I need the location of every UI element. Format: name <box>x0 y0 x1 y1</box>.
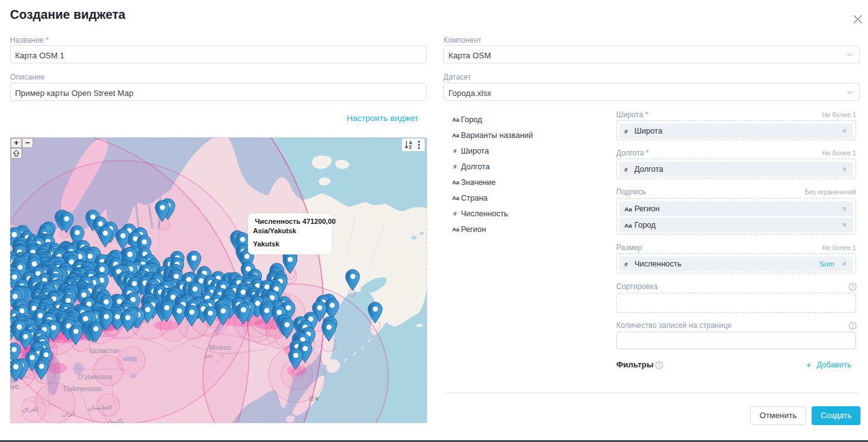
svg-text:Численность 471200,00: Численность 471200,00 <box>255 218 336 225</box>
svg-text:باكستان: باكستان <box>105 418 124 423</box>
svg-text:улс: улс <box>204 353 214 359</box>
svg-text:?: ? <box>851 284 854 290</box>
svg-text:Қазақстан: Қазақстан <box>89 347 120 354</box>
svg-text:iye: iye <box>10 382 19 390</box>
svg-text:افغانستان: افغانستان <box>88 404 112 411</box>
svg-text:?: ? <box>658 362 661 369</box>
svg-text:العراق: العراق <box>23 406 38 413</box>
svg-text:Yakutsk: Yakutsk <box>253 240 280 248</box>
svg-text:Z: Z <box>409 145 412 149</box>
svg-text:+: + <box>14 138 19 147</box>
svg-text:Asia/Yakutsk: Asia/Yakutsk <box>253 227 297 234</box>
svg-text:ايران: ايران <box>62 410 75 417</box>
svg-text:Монгол: Монгол <box>209 344 231 351</box>
svg-text:?: ? <box>851 323 854 329</box>
svg-text:Türkmenistan: Türkmenistan <box>63 385 103 392</box>
svg-text:日本: 日本 <box>309 396 320 402</box>
svg-text:A: A <box>409 140 412 145</box>
svg-text:−: − <box>25 138 30 147</box>
svg-text:O‘zbekiston: O‘zbekiston <box>78 373 112 381</box>
